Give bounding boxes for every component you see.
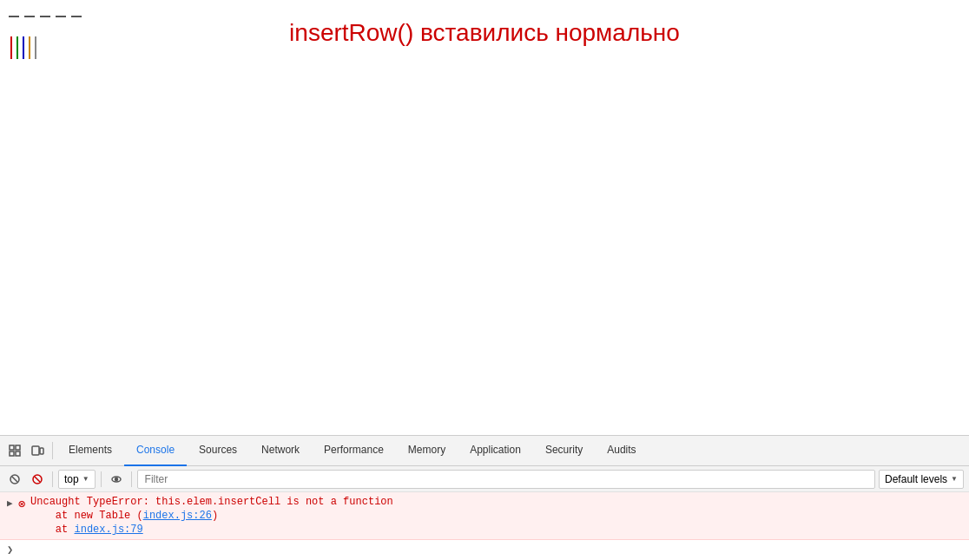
clear-console-button[interactable] [5, 470, 24, 489]
svg-rect-4 [32, 446, 39, 455]
svg-rect-5 [40, 448, 43, 454]
svg-rect-2 [10, 451, 14, 456]
svg-line-7 [12, 477, 17, 482]
tab-console[interactable]: Console [124, 436, 187, 466]
svg-point-11 [115, 478, 117, 480]
console-toolbar: top ▼ Default levels ▼ [0, 466, 969, 492]
tab-audits[interactable]: Audits [595, 436, 648, 466]
error-stack-1: at new Table (index.js:26) [30, 510, 962, 522]
filter-toggle-button[interactable] [28, 470, 47, 489]
eye-icon-button[interactable] [107, 470, 126, 489]
svg-line-9 [35, 477, 40, 482]
context-dropdown-arrow: ▼ [82, 475, 89, 483]
dashed-decoration [9, 16, 82, 17]
tab-sources[interactable]: Sources [187, 436, 249, 466]
svg-rect-3 [16, 451, 20, 456]
tab-security[interactable]: Security [533, 436, 595, 466]
console-separator-2 [101, 471, 102, 487]
levels-dropdown-arrow: ▼ [951, 475, 958, 483]
filter-input[interactable] [137, 470, 875, 489]
svg-rect-1 [16, 445, 20, 450]
tab-elements[interactable]: Elements [56, 436, 124, 466]
console-error-entry: ▶ ⊗ Uncaught TypeError: this.elem.insert… [0, 492, 969, 540]
console-prompt-row: ❯ [0, 540, 969, 560]
default-levels-selector[interactable]: Default levels ▼ [879, 470, 964, 489]
error-content: Uncaught TypeError: this.elem.insertCell… [30, 496, 962, 536]
console-separator-1 [52, 471, 53, 487]
console-output: ▶ ⊗ Uncaught TypeError: this.elem.insert… [0, 492, 969, 560]
svg-rect-0 [10, 445, 14, 450]
inspect-element-button[interactable] [3, 439, 26, 462]
error-stack-2: at index.js:79 [30, 524, 962, 536]
devtools-tabs-bar: Elements Console Sources Network Perform… [0, 436, 969, 466]
context-selector[interactable]: top ▼ [58, 470, 96, 489]
prompt-arrow-icon: ❯ [7, 544, 13, 557]
devtools-panel: Elements Console Sources Network Perform… [0, 435, 969, 560]
device-toolbar-button[interactable] [26, 439, 49, 462]
expand-arrow-icon[interactable]: ▶ [7, 497, 13, 509]
tab-application[interactable]: Application [458, 436, 533, 466]
tab-memory[interactable]: Memory [396, 436, 458, 466]
tab-performance[interactable]: Performance [312, 436, 396, 466]
error-main-text: Uncaught TypeError: this.elem.insertCell… [30, 496, 962, 508]
error-link-1[interactable]: index.js:26 [143, 510, 212, 522]
devtools-tab-list: Elements Console Sources Network Perform… [56, 436, 966, 466]
error-link-2[interactable]: index.js:79 [74, 524, 142, 536]
tab-network[interactable]: Network [249, 436, 312, 466]
error-icon: ⊗ [18, 497, 25, 511]
browser-viewport: insertRow() вставились нормально [0, 0, 969, 435]
toolbar-separator-1 [52, 442, 53, 459]
page-title: insertRow() вставились нормально [0, 19, 969, 47]
console-separator-3 [131, 471, 132, 487]
